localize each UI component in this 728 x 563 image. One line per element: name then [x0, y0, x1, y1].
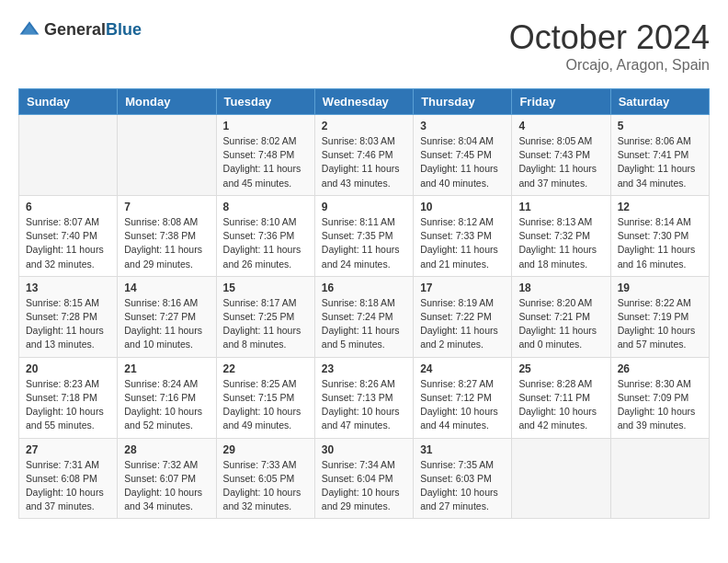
calendar-cell: 5Sunrise: 8:06 AMSunset: 7:41 PMDaylight…: [610, 115, 709, 196]
calendar-cell: 16Sunrise: 8:18 AMSunset: 7:24 PMDayligh…: [314, 276, 413, 357]
day-number: 30: [322, 443, 406, 456]
calendar-cell: 17Sunrise: 8:19 AMSunset: 7:22 PMDayligh…: [414, 276, 512, 357]
day-number: 5: [618, 120, 702, 132]
calendar-cell: 2Sunrise: 8:03 AMSunset: 7:46 PMDaylight…: [314, 115, 413, 196]
day-number: 16: [322, 282, 406, 294]
day-number: 4: [518, 120, 603, 132]
day-number: 23: [322, 362, 406, 375]
calendar-cell: 6Sunrise: 8:07 AMSunset: 7:40 PMDaylight…: [19, 195, 118, 276]
calendar-cell: [610, 438, 709, 519]
day-of-week-header: Sunday: [19, 89, 118, 115]
calendar-cell: 22Sunrise: 8:25 AMSunset: 7:15 PMDayligh…: [216, 357, 314, 438]
day-number: 18: [518, 282, 603, 294]
calendar-cell: 24Sunrise: 8:27 AMSunset: 7:12 PMDayligh…: [414, 357, 512, 438]
day-info: Sunrise: 8:13 AMSunset: 7:32 PMDaylight:…: [518, 215, 603, 271]
calendar-cell: 1Sunrise: 8:02 AMSunset: 7:48 PMDaylight…: [216, 115, 314, 196]
day-info: Sunrise: 8:28 AMSunset: 7:11 PMDaylight:…: [518, 377, 603, 433]
day-number: 1: [223, 120, 308, 132]
calendar-cell: 27Sunrise: 7:31 AMSunset: 6:08 PMDayligh…: [19, 438, 118, 519]
day-info: Sunrise: 8:22 AMSunset: 7:19 PMDaylight:…: [618, 296, 702, 352]
location-title: Orcajo, Aragon, Spain: [509, 57, 710, 74]
day-number: 11: [518, 201, 603, 213]
day-info: Sunrise: 7:32 AMSunset: 6:07 PMDaylight:…: [124, 458, 209, 514]
calendar-cell: 8Sunrise: 8:10 AMSunset: 7:36 PMDaylight…: [216, 195, 314, 276]
day-number: 31: [420, 443, 505, 456]
day-number: 7: [124, 201, 209, 213]
calendar-cell: 25Sunrise: 8:28 AMSunset: 7:11 PMDayligh…: [512, 357, 610, 438]
day-info: Sunrise: 8:16 AMSunset: 7:27 PMDaylight:…: [124, 296, 209, 352]
day-number: 9: [322, 201, 406, 213]
calendar-cell: 11Sunrise: 8:13 AMSunset: 7:32 PMDayligh…: [512, 195, 610, 276]
day-number: 17: [420, 282, 505, 294]
day-of-week-header: Saturday: [610, 89, 709, 115]
calendar-cell: 30Sunrise: 7:34 AMSunset: 6:04 PMDayligh…: [314, 438, 413, 519]
logo-text-general: General: [44, 20, 106, 39]
day-of-week-header: Friday: [512, 89, 610, 115]
calendar-cell: 7Sunrise: 8:08 AMSunset: 7:38 PMDaylight…: [118, 195, 216, 276]
month-title: October 2024: [509, 18, 710, 57]
calendar-cell: 26Sunrise: 8:30 AMSunset: 7:09 PMDayligh…: [610, 357, 709, 438]
day-info: Sunrise: 8:08 AMSunset: 7:38 PMDaylight:…: [124, 215, 209, 271]
calendar-week-row: 20Sunrise: 8:23 AMSunset: 7:18 PMDayligh…: [19, 357, 710, 438]
day-info: Sunrise: 8:12 AMSunset: 7:33 PMDaylight:…: [420, 215, 505, 271]
calendar-cell: 21Sunrise: 8:24 AMSunset: 7:16 PMDayligh…: [118, 357, 216, 438]
calendar-cell: 4Sunrise: 8:05 AMSunset: 7:43 PMDaylight…: [512, 115, 610, 196]
calendar-cell: 14Sunrise: 8:16 AMSunset: 7:27 PMDayligh…: [118, 276, 216, 357]
day-info: Sunrise: 8:18 AMSunset: 7:24 PMDaylight:…: [322, 296, 406, 352]
day-info: Sunrise: 8:26 AMSunset: 7:13 PMDaylight:…: [322, 377, 406, 433]
calendar-cell: 12Sunrise: 8:14 AMSunset: 7:30 PMDayligh…: [610, 195, 709, 276]
day-info: Sunrise: 8:19 AMSunset: 7:22 PMDaylight:…: [420, 296, 505, 352]
day-number: 14: [124, 282, 209, 294]
day-number: 2: [322, 120, 406, 132]
day-info: Sunrise: 8:04 AMSunset: 7:45 PMDaylight:…: [420, 134, 505, 190]
day-info: Sunrise: 8:27 AMSunset: 7:12 PMDaylight:…: [420, 377, 505, 433]
calendar-cell: 15Sunrise: 8:17 AMSunset: 7:25 PMDayligh…: [216, 276, 314, 357]
day-info: Sunrise: 8:25 AMSunset: 7:15 PMDaylight:…: [223, 377, 308, 433]
day-info: Sunrise: 8:20 AMSunset: 7:21 PMDaylight:…: [518, 296, 603, 352]
calendar-cell: 23Sunrise: 8:26 AMSunset: 7:13 PMDayligh…: [314, 357, 413, 438]
day-info: Sunrise: 8:24 AMSunset: 7:16 PMDaylight:…: [124, 377, 209, 433]
logo-text-blue: Blue: [106, 20, 142, 39]
day-number: 27: [26, 443, 110, 456]
calendar-week-row: 1Sunrise: 8:02 AMSunset: 7:48 PMDaylight…: [19, 115, 710, 196]
day-number: 6: [26, 201, 110, 213]
day-info: Sunrise: 8:17 AMSunset: 7:25 PMDaylight:…: [223, 296, 308, 352]
calendar-cell: 20Sunrise: 8:23 AMSunset: 7:18 PMDayligh…: [19, 357, 118, 438]
calendar-week-row: 27Sunrise: 7:31 AMSunset: 6:08 PMDayligh…: [19, 438, 710, 519]
day-number: 24: [420, 362, 505, 375]
page-header: GeneralBlue October 2024 Orcajo, Aragon,…: [18, 18, 710, 74]
day-number: 3: [420, 120, 505, 132]
calendar-cell: 19Sunrise: 8:22 AMSunset: 7:19 PMDayligh…: [610, 276, 709, 357]
day-info: Sunrise: 8:07 AMSunset: 7:40 PMDaylight:…: [26, 215, 110, 271]
calendar-cell: [512, 438, 610, 519]
day-number: 22: [223, 362, 308, 375]
calendar-cell: 31Sunrise: 7:35 AMSunset: 6:03 PMDayligh…: [414, 438, 512, 519]
day-of-week-header: Wednesday: [314, 89, 413, 115]
day-info: Sunrise: 8:03 AMSunset: 7:46 PMDaylight:…: [322, 134, 406, 190]
calendar-cell: 28Sunrise: 7:32 AMSunset: 6:07 PMDayligh…: [118, 438, 216, 519]
day-info: Sunrise: 8:10 AMSunset: 7:36 PMDaylight:…: [223, 215, 308, 271]
day-info: Sunrise: 8:06 AMSunset: 7:41 PMDaylight:…: [618, 134, 702, 190]
calendar-cell: 3Sunrise: 8:04 AMSunset: 7:45 PMDaylight…: [414, 115, 512, 196]
calendar-cell: 9Sunrise: 8:11 AMSunset: 7:35 PMDaylight…: [314, 195, 413, 276]
calendar-header-row: SundayMondayTuesdayWednesdayThursdayFrid…: [19, 89, 710, 115]
day-of-week-header: Monday: [118, 89, 216, 115]
day-number: 29: [223, 443, 308, 456]
day-info: Sunrise: 8:14 AMSunset: 7:30 PMDaylight:…: [618, 215, 702, 271]
day-number: 8: [223, 201, 308, 213]
day-info: Sunrise: 8:05 AMSunset: 7:43 PMDaylight:…: [518, 134, 603, 190]
day-info: Sunrise: 7:31 AMSunset: 6:08 PMDaylight:…: [26, 458, 110, 514]
calendar-week-row: 13Sunrise: 8:15 AMSunset: 7:28 PMDayligh…: [19, 276, 710, 357]
calendar-table: SundayMondayTuesdayWednesdayThursdayFrid…: [18, 88, 710, 519]
day-number: 10: [420, 201, 505, 213]
day-info: Sunrise: 8:02 AMSunset: 7:48 PMDaylight:…: [223, 134, 308, 190]
logo-icon: [18, 18, 40, 40]
day-number: 12: [618, 201, 702, 213]
day-number: 28: [124, 443, 209, 456]
logo: GeneralBlue: [18, 18, 142, 40]
day-info: Sunrise: 8:23 AMSunset: 7:18 PMDaylight:…: [26, 377, 110, 433]
day-info: Sunrise: 8:30 AMSunset: 7:09 PMDaylight:…: [618, 377, 702, 433]
calendar-cell: 13Sunrise: 8:15 AMSunset: 7:28 PMDayligh…: [19, 276, 118, 357]
calendar-cell: [19, 115, 118, 196]
day-info: Sunrise: 7:33 AMSunset: 6:05 PMDaylight:…: [223, 458, 308, 514]
